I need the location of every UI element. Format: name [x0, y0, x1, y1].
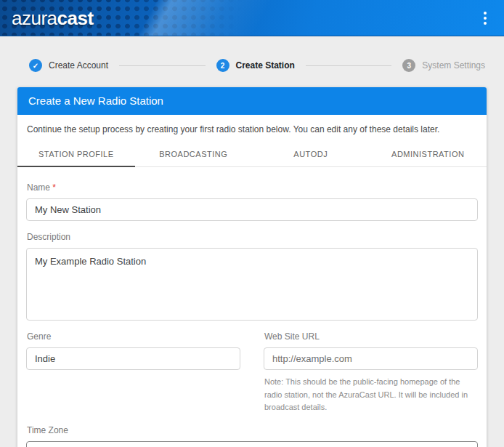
- required-asterisk: *: [52, 182, 56, 193]
- name-input[interactable]: [26, 198, 478, 221]
- genre-label: Genre: [27, 331, 240, 342]
- stepper-connector: [119, 65, 205, 66]
- overflow-menu-icon[interactable]: [478, 7, 492, 29]
- step-number-badge: 3: [402, 59, 415, 72]
- timezone-select[interactable]: New York (UTC-4): [26, 441, 478, 447]
- station-profile-form: Name * Description My Example Radio Stat…: [17, 167, 487, 447]
- genre-input[interactable]: [26, 347, 240, 370]
- logo-text-bold: cast: [57, 7, 94, 29]
- station-tabs: Station Profile Broadcasting AutoDJ Admi…: [17, 142, 487, 167]
- step-label: System Settings: [422, 60, 485, 71]
- website-url-label: Web Site URL: [264, 331, 477, 342]
- timezone-label: Time Zone: [27, 425, 477, 435]
- tab-broadcasting[interactable]: Broadcasting: [135, 142, 253, 166]
- name-label: Name *: [27, 182, 477, 193]
- stepper-connector: [306, 65, 391, 66]
- step-create-account: ✓ Create Account: [29, 59, 108, 72]
- step-label: Create Account: [49, 60, 108, 71]
- step-number-badge: 2: [216, 59, 229, 72]
- website-url-note: Note: This should be the public-facing h…: [264, 376, 477, 414]
- logo-text-regular: azura: [12, 7, 57, 29]
- check-icon: ✓: [29, 59, 42, 72]
- step-label: Create Station: [236, 60, 295, 71]
- setup-stepper: ✓ Create Account 2 Create Station 3 Syst…: [29, 59, 485, 72]
- description-textarea[interactable]: My Example Radio Station: [26, 248, 478, 321]
- tab-station-profile[interactable]: Station Profile: [17, 142, 135, 166]
- card-title: Create a New Radio Station: [17, 87, 487, 115]
- tab-administration[interactable]: Administration: [370, 142, 487, 166]
- description-label: Description: [27, 232, 477, 242]
- step-system-settings: 3 System Settings: [402, 59, 485, 72]
- step-create-station: 2 Create Station: [216, 59, 295, 72]
- azuracast-logo: azuracast: [12, 9, 94, 28]
- intro-text: Continue the setup process by creating y…: [17, 115, 487, 142]
- app-header: azuracast: [0, 0, 504, 36]
- tab-autodj[interactable]: AutoDJ: [252, 142, 370, 166]
- create-station-card: Create a New Radio Station Continue the …: [17, 87, 487, 447]
- website-url-input[interactable]: [264, 347, 478, 370]
